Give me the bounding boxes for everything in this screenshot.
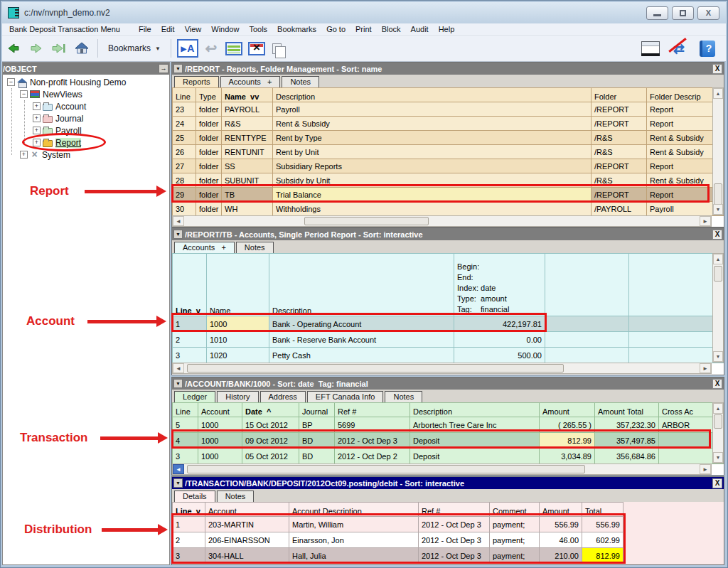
tab-accounts-[interactable]: Accounts + (174, 242, 235, 253)
cell[interactable]: SUBUNIT (222, 173, 273, 188)
menu-tools[interactable]: Tools (244, 25, 272, 33)
cell[interactable]: folder (196, 173, 222, 188)
cell[interactable]: 500.00 (454, 348, 545, 363)
cell[interactable]: 602.99 (582, 532, 623, 548)
column-header[interactable]: Name (207, 254, 269, 316)
tab-notes[interactable]: Notes (236, 242, 274, 253)
cell[interactable]: 1 (173, 316, 207, 332)
cell[interactable]: /R&S (592, 145, 647, 159)
cell[interactable]: 357,497.85 (595, 433, 659, 449)
cell[interactable]: folder (196, 131, 222, 145)
cell[interactable]: ( 265.55 ) (540, 417, 595, 433)
cell[interactable]: Bank - Reserve Bank Account (269, 332, 454, 348)
cell[interactable]: 0.00 (454, 332, 545, 348)
cell[interactable]: 556.99 (540, 517, 582, 532)
cell[interactable]: 1010 (207, 332, 269, 348)
cell[interactable]: 3 (173, 348, 207, 363)
cell[interactable]: 3,034.89 (540, 449, 595, 464)
tree-expander-icon[interactable]: + (33, 127, 41, 134)
cell[interactable]: 30 (173, 202, 196, 216)
column-header[interactable]: Date ^ (242, 403, 299, 417)
cell[interactable]: 23 (173, 102, 196, 117)
column-header[interactable]: Line (173, 88, 196, 102)
cell[interactable]: 3 (173, 449, 198, 464)
cell[interactable]: 2012 - Oct Dep 2 (335, 449, 410, 464)
cell[interactable]: Rent by Unit (273, 145, 592, 159)
panel-close-button[interactable]: X (712, 379, 722, 389)
scrollbar-thumb[interactable] (304, 217, 429, 225)
scroll-down-icon[interactable]: ▼ (713, 351, 723, 362)
tab-address[interactable]: Address (260, 391, 306, 402)
scroll-left-icon[interactable]: ◄ (173, 363, 184, 373)
cell[interactable]: 2012 - Oct Dep 3 (419, 548, 490, 564)
cell[interactable]: PAYROLL (222, 102, 273, 117)
column-header[interactable]: Folder (592, 88, 647, 102)
column-header[interactable]: Account (198, 403, 242, 417)
cell[interactable]: 09 Oct 2012 (242, 433, 299, 449)
cell[interactable]: payment; (490, 517, 540, 532)
cell[interactable]: BD (299, 449, 335, 464)
cell[interactable]: R&S (222, 117, 273, 131)
object-panel-arrow-button[interactable]: → (159, 64, 168, 73)
minimize-button[interactable] (646, 6, 668, 20)
cell[interactable]: SS (222, 159, 273, 173)
column-header[interactable]: Line v (173, 254, 207, 316)
tree-expander-icon[interactable]: + (33, 102, 41, 110)
scrollbar-thumb[interactable] (714, 414, 722, 429)
scroll-right-icon[interactable]: ► (700, 464, 711, 474)
menu-block[interactable]: Block (377, 25, 406, 33)
menu-file[interactable]: File (134, 25, 156, 33)
window-icon[interactable] (641, 38, 660, 59)
cell[interactable]: /REPORT (592, 117, 647, 131)
menu-go-to[interactable]: Go to (321, 25, 350, 33)
cell[interactable]: 2 (173, 332, 207, 348)
tree-node-system[interactable]: +×System (3, 149, 169, 161)
cell[interactable]: 1020 (207, 348, 269, 363)
bookmarks-dropdown[interactable]: Bookmarks ▼ (104, 38, 165, 59)
horizontal-scrollbar[interactable]: ◄ ► (172, 363, 712, 374)
cell[interactable]: Petty Cash (269, 348, 454, 363)
cell[interactable]: BD (299, 433, 335, 449)
cell[interactable] (545, 332, 629, 348)
menu-help[interactable]: Help (434, 25, 460, 33)
column-header[interactable]: Line v (173, 503, 205, 517)
cell[interactable]: RENTTYPE (222, 131, 273, 145)
cell[interactable] (545, 316, 629, 332)
cell[interactable]: 3 (173, 548, 205, 564)
column-header[interactable] (545, 254, 629, 316)
undo-icon[interactable]: ↩ (201, 38, 221, 59)
scroll-left-icon[interactable]: ◄ (173, 216, 184, 226)
cell[interactable]: 4 (173, 433, 198, 449)
menu-window[interactable]: Window (206, 25, 244, 33)
cell[interactable]: payment; (490, 532, 540, 548)
cell[interactable]: payment; (490, 548, 540, 564)
cell[interactable]: BP (299, 417, 335, 433)
cell[interactable]: /R&S (592, 173, 647, 188)
goto-field-icon[interactable]: ▶A (177, 38, 198, 59)
scroll-up-icon[interactable]: ▲ (713, 403, 723, 414)
cell[interactable]: Bank - Operating Account (269, 316, 454, 332)
panel-dropdown-button[interactable]: ▼ (173, 64, 183, 73)
cell[interactable]: Subsidy by Unit (273, 173, 592, 188)
cell[interactable]: 812.99 (582, 548, 623, 564)
cell[interactable]: Deposit (410, 433, 540, 449)
cell[interactable]: Withholdings (273, 202, 592, 216)
horizontal-scrollbar[interactable]: ◄ ► (172, 215, 712, 227)
cell[interactable]: 356,684.86 (595, 449, 659, 464)
panel-dropdown-button[interactable]: ▼ (173, 379, 183, 388)
panel-close-button[interactable]: X (712, 478, 722, 488)
tree-expander-icon[interactable]: + (33, 139, 41, 146)
cell[interactable]: 2012 - Oct Dep 3 (335, 433, 410, 449)
scroll-left-icon[interactable]: ◄ (173, 464, 184, 474)
scrollbar-thumb[interactable] (187, 465, 585, 473)
menu-view[interactable]: View (180, 25, 207, 33)
column-header[interactable]: Type (196, 88, 222, 102)
cell[interactable]: 210.00 (540, 548, 582, 564)
cell[interactable]: 5699 (335, 417, 410, 433)
home-icon[interactable] (72, 38, 92, 59)
cell[interactable]: 29 (173, 188, 196, 202)
tab-notes[interactable]: Notes (385, 391, 422, 402)
scroll-right-icon[interactable]: ► (700, 363, 711, 373)
tab-notes[interactable]: Notes (217, 491, 255, 502)
cell[interactable]: /REPORT (592, 102, 647, 117)
